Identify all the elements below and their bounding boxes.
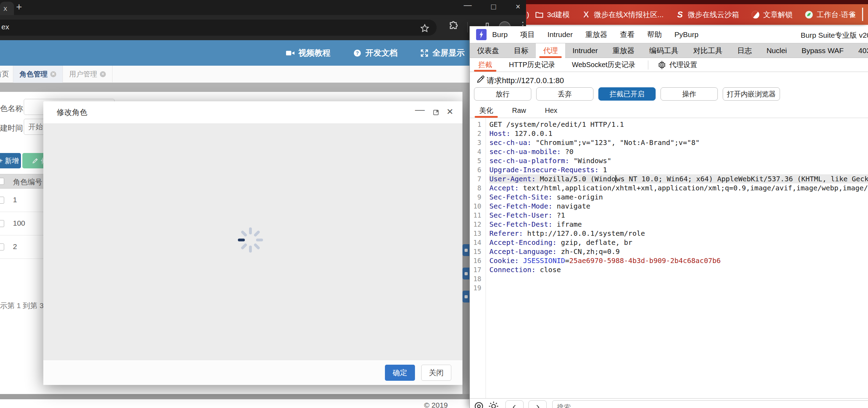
burp-logo-icon [476, 29, 487, 40]
bookmark-star-icon[interactable] [420, 23, 430, 35]
tab-close-icon[interactable]: ✕ [50, 71, 56, 77]
proxy-tab-separator [648, 60, 648, 70]
row-checkbox[interactable] [0, 220, 4, 227]
editor-tab-美化[interactable]: 美化 [470, 103, 503, 118]
burp-tab-Bypass WAF[interactable]: Bypass WAF [794, 43, 851, 58]
bookmark-fragment[interactable]: ) [527, 10, 529, 19]
burp-tab-重放器[interactable]: 重放器 [605, 43, 642, 58]
bookmark-item[interactable]: 文章解锁 [751, 10, 793, 20]
proxy-settings-button[interactable]: 代理设置 [652, 60, 697, 70]
row-action-chip[interactable] [462, 291, 469, 303]
burp-menu-pyburp[interactable]: PyBurp [674, 30, 699, 39]
row-action-chip[interactable] [462, 268, 469, 279]
new-tab-button[interactable]: + [16, 1, 22, 13]
burp-menu-项目[interactable]: 项目 [520, 30, 535, 39]
http-segment: sec-ch-ua-platform: [489, 156, 569, 165]
spinner-spoke [249, 227, 252, 234]
banner-link-fullscreen[interactable]: 全屏显示 [420, 48, 465, 58]
editor-settings-gear-icon[interactable] [488, 401, 499, 408]
extensions-puzzle-icon[interactable] [448, 21, 460, 34]
tab-close-icon[interactable]: x [3, 4, 7, 13]
page-bottom-band [0, 394, 469, 399]
modal-title: 修改角色 [57, 107, 87, 118]
intercept-button-拦截已开启[interactable]: 拦截已开启 [598, 87, 656, 101]
proxy-tab-拦截[interactable]: 拦截 [470, 58, 501, 72]
editor-tab-Raw[interactable]: Raw [503, 103, 535, 118]
gear-icon [657, 60, 666, 70]
close-button[interactable]: 关闭 [421, 365, 451, 381]
target-scope-icon[interactable] [473, 401, 484, 408]
modal-close-icon[interactable]: ✕ [446, 107, 453, 117]
burp-tab-对比工具[interactable]: 对比工具 [686, 43, 730, 58]
editor-search-input[interactable] [552, 400, 868, 408]
folder-icon [535, 10, 544, 19]
plus-icon: + [0, 157, 3, 165]
burp-tab-代理[interactable]: 代理 [536, 43, 565, 58]
page-tab-用户管理[interactable]: 用户管理✕ [63, 66, 112, 83]
http-line: Connection: close [489, 265, 868, 274]
page-tab-首页[interactable]: 首页 [0, 66, 13, 83]
banner-link-help[interactable]: ?开发文档 [353, 48, 397, 58]
burp-menu-burp[interactable]: Burp [492, 30, 508, 39]
http-segment: navigate [553, 202, 590, 210]
proxy-tab-HTTP历史记录[interactable]: HTTP历史记录 [501, 58, 563, 72]
window-close-button[interactable]: × [513, 2, 523, 12]
burp-menu-帮助[interactable]: 帮助 [647, 30, 662, 39]
bookmark-item[interactable]: X微步在线X情报社区... [582, 10, 664, 20]
proxy-tab-WebSocket历史记录[interactable]: WebSocket历史记录 [563, 58, 644, 72]
bookmark-item[interactable]: 3d建模 [535, 10, 570, 20]
burp-tab-仪表盘[interactable]: 仪表盘 [470, 43, 506, 58]
row-checkbox[interactable] [0, 197, 4, 204]
url-bar[interactable]: ex [0, 20, 437, 36]
intercept-button-放行[interactable]: 放行 [474, 87, 531, 101]
modal-header: 修改角色 — ✕ [43, 101, 462, 123]
http-line: Referer: http://127.0.0.1/system/role [489, 229, 868, 238]
select-all-checkbox[interactable] [0, 178, 4, 185]
burp-tab-403 B[interactable]: 403 B [851, 43, 868, 58]
burp-main-tabs: 仪表盘目标代理Intruder重放器编码工具对比工具日志NucleiBypass… [470, 43, 868, 58]
modal-maximize-icon[interactable] [432, 108, 439, 118]
burp-tab-目标[interactable]: 目标 [506, 43, 536, 58]
burp-menu-重放器[interactable]: 重放器 [585, 30, 607, 39]
window-minimize-button[interactable]: — [462, 0, 473, 10]
banner-link-video[interactable]: 视频教程 [286, 48, 330, 58]
search-previous-button[interactable] [505, 400, 524, 408]
http-segment: text/html,application/xhtml+xml,applicat… [519, 184, 868, 192]
http-line: Sec-Fetch-User: ?1 [489, 211, 868, 220]
http-request-text[interactable]: GET /system/role/edit/1 HTTP/1.1Host: 12… [486, 118, 868, 398]
row-checkbox[interactable] [0, 243, 4, 250]
burp-tab-日志[interactable]: 日志 [730, 43, 759, 58]
burp-menu-intruder[interactable]: Intruder [547, 30, 572, 39]
http-segment: Accept: [489, 184, 519, 192]
intercept-button-打开内嵌浏览器[interactable]: 打开内嵌浏览器 [723, 87, 780, 101]
http-request-editor[interactable]: 12345678910111213141516171819 GET /syste… [470, 118, 868, 398]
intercept-button-操作[interactable]: 操作 [661, 87, 718, 101]
http-segment: sec-ch-ua-mobile: [489, 147, 561, 156]
bookmark-item[interactable]: 工作台·语雀 [804, 10, 856, 20]
editor-tab-Hex[interactable]: Hex [535, 103, 567, 118]
confirm-button[interactable]: 确定 [385, 365, 415, 381]
row-action-chip[interactable] [462, 244, 469, 256]
burp-tab-编码工具[interactable]: 编码工具 [642, 43, 686, 58]
bookmarks-overflow-chevron[interactable]: » [851, 9, 855, 20]
spinner-spoke [256, 239, 263, 241]
line-number: 13 [470, 229, 481, 238]
modal-footer: 确定 关闭 [43, 360, 462, 385]
window-maximize-button[interactable]: □ [488, 2, 499, 12]
bookmark-item[interactable]: S微步在线云沙箱 [676, 10, 739, 20]
http-line: GET /system/role/edit/1 HTTP/1.1 [489, 120, 868, 129]
search-next-button[interactable] [528, 400, 547, 408]
browser-tab[interactable]: x [0, 2, 14, 15]
tab-close-icon[interactable]: ✕ [100, 71, 106, 77]
http-segment: http://127.0.0.1/system/role [523, 229, 645, 238]
burp-tab-Nuclei[interactable]: Nuclei [759, 43, 794, 58]
http-segment: "Chromium";v="123", "Not:A-Brand";v="8" [531, 138, 700, 147]
sandbox-s-icon: S [676, 10, 685, 19]
http-line: Sec-Fetch-Site: same-origin [489, 192, 868, 202]
burp-menu-查看[interactable]: 查看 [620, 30, 635, 39]
intercept-button-丢弃[interactable]: 丢弃 [536, 87, 593, 101]
burp-tab-Intruder[interactable]: Intruder [565, 43, 605, 58]
page-tab-角色管理[interactable]: 角色管理✕ [13, 66, 63, 83]
add-role-button[interactable]: + 新增 [0, 153, 21, 168]
modal-minimize-icon[interactable]: — [415, 104, 425, 115]
